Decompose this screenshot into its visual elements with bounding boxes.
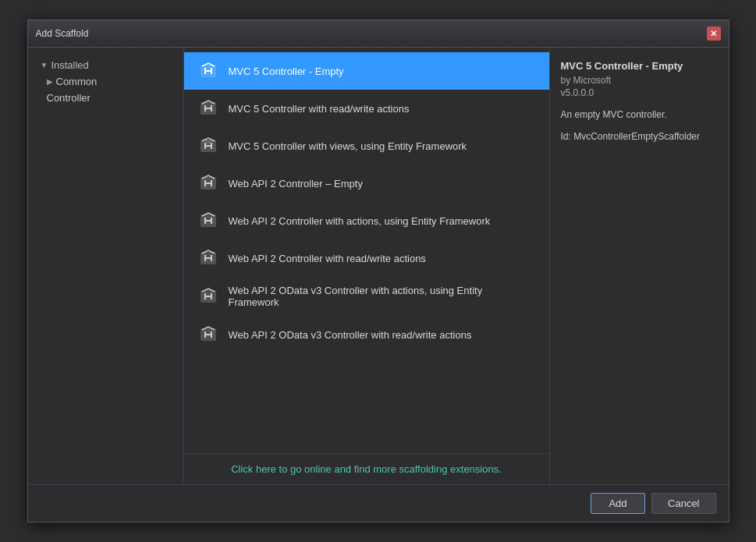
chevron-right-icon: ▶ bbox=[47, 77, 53, 86]
scaffold-item-label-0: MVC 5 Controller - Empty bbox=[229, 66, 344, 77]
controller-icon-0 bbox=[197, 60, 219, 82]
scaffold-item-label-2: MVC 5 Controller with views, using Entit… bbox=[229, 140, 467, 152]
controller-icon-5 bbox=[197, 247, 219, 269]
sidebar-item-common[interactable]: ▶ Common bbox=[34, 73, 177, 90]
online-link-section: Click here to go online and find more sc… bbox=[184, 453, 549, 484]
add-button[interactable]: Add bbox=[591, 493, 645, 514]
main-content: MVC 5 Controller - Empty MVC 5 Controlle… bbox=[184, 48, 549, 484]
sidebar-section-installed: ▼ Installed ▶ Common Controller bbox=[28, 54, 183, 109]
detail-panel: MVC 5 Controller - Empty by Microsoft v5… bbox=[549, 48, 729, 484]
sidebar-controller-label: Controller bbox=[47, 92, 91, 104]
scaffold-item-webapi2-readwrite[interactable]: Web API 2 Controller with read/write act… bbox=[184, 239, 549, 277]
installed-label: Installed bbox=[51, 59, 88, 71]
add-scaffold-dialog: Add Scaffold ✕ ▼ Installed ▶ Common Cont… bbox=[27, 19, 729, 523]
scaffold-item-label-6: Web API 2 OData v3 Controller with actio… bbox=[229, 285, 536, 308]
online-link[interactable]: Click here to go online and find more sc… bbox=[231, 463, 502, 475]
controller-icon-1 bbox=[197, 97, 219, 119]
scaffold-list: MVC 5 Controller - Empty MVC 5 Controlle… bbox=[184, 48, 549, 453]
controller-icon-3 bbox=[197, 172, 219, 194]
scaffold-item-webapi2-odata-rw[interactable]: Web API 2 OData v3 Controller with read/… bbox=[184, 316, 549, 353]
controller-icon-2 bbox=[197, 135, 219, 157]
scaffold-item-webapi2-odata-ef[interactable]: Web API 2 OData v3 Controller with actio… bbox=[184, 277, 549, 316]
detail-version: v5.0.0.0 bbox=[561, 87, 718, 98]
sidebar-item-installed[interactable]: ▼ Installed bbox=[34, 57, 177, 73]
scaffold-item-webapi2-actions-ef[interactable]: Web API 2 Controller with actions, using… bbox=[184, 202, 549, 239]
controller-icon-4 bbox=[197, 210, 219, 232]
sidebar-common-label: Common bbox=[56, 76, 98, 87]
dialog-title: Add Scaffold bbox=[36, 28, 89, 39]
scaffold-item-mvc5-readwrite[interactable]: MVC 5 Controller with read/write actions bbox=[184, 90, 549, 127]
scaffold-item-label-7: Web API 2 OData v3 Controller with read/… bbox=[229, 329, 472, 341]
scaffold-item-label-3: Web API 2 Controller – Empty bbox=[229, 178, 363, 190]
scaffold-item-label-1: MVC 5 Controller with read/write actions bbox=[229, 103, 410, 115]
dialog-footer: Add Cancel bbox=[28, 484, 729, 522]
scaffold-item-label-4: Web API 2 Controller with actions, using… bbox=[229, 215, 491, 227]
detail-id: Id: MvcControllerEmptyScaffolder bbox=[561, 131, 718, 142]
detail-author: by Microsoft bbox=[561, 75, 718, 86]
close-button[interactable]: ✕ bbox=[707, 27, 721, 41]
sidebar-item-controller[interactable]: Controller bbox=[34, 90, 177, 106]
controller-icon-7 bbox=[197, 324, 219, 345]
sidebar: ▼ Installed ▶ Common Controller bbox=[28, 48, 184, 484]
scaffold-item-label-5: Web API 2 Controller with read/write act… bbox=[229, 253, 426, 264]
dialog-body: ▼ Installed ▶ Common Controller bbox=[28, 48, 729, 484]
cancel-button[interactable]: Cancel bbox=[651, 493, 715, 514]
detail-description: An empty MVC controller. bbox=[561, 108, 718, 122]
controller-icon-6 bbox=[197, 285, 219, 307]
scaffold-item-mvc5-views-ef[interactable]: MVC 5 Controller with views, using Entit… bbox=[184, 127, 549, 165]
title-bar: Add Scaffold ✕ bbox=[28, 20, 729, 48]
svg-rect-3 bbox=[206, 140, 211, 143]
detail-title: MVC 5 Controller - Empty bbox=[561, 60, 718, 72]
scaffold-item-webapi2-empty[interactable]: Web API 2 Controller – Empty bbox=[184, 165, 549, 202]
chevron-down-icon: ▼ bbox=[41, 61, 48, 69]
scaffold-item-mvc5-empty[interactable]: MVC 5 Controller - Empty bbox=[184, 52, 549, 90]
